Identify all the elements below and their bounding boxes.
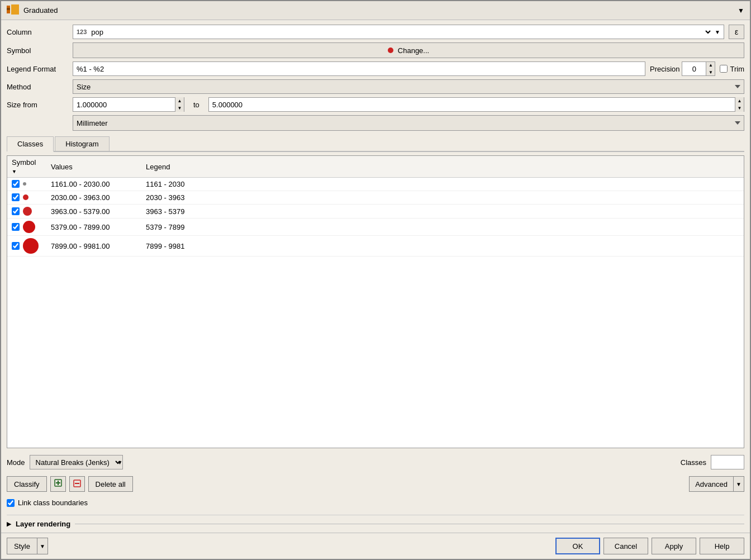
- legend-format-row: Legend Format Precision 0 ▲ ▼ Trim: [7, 61, 744, 76]
- precision-spin-down[interactable]: ▼: [706, 69, 715, 76]
- legend-format-input[interactable]: [73, 61, 645, 76]
- style-dropdown-arrow[interactable]: ▼: [37, 538, 48, 554]
- row-checkbox[interactable]: [12, 193, 20, 201]
- delete-all-button[interactable]: Delete all: [88, 476, 133, 492]
- ok-button[interactable]: OK: [555, 538, 600, 554]
- column-row: Column 123 pop ▼ ε: [7, 25, 744, 39]
- method-row: Method Size Color Size and Color: [7, 79, 744, 94]
- precision-label: Precision: [650, 65, 679, 73]
- trim-label: Trim: [730, 65, 744, 73]
- layer-rendering-row: ▶ Layer rendering: [7, 515, 744, 528]
- size-to-input[interactable]: [209, 101, 735, 109]
- row-symbol-cell: [7, 236, 46, 256]
- row-dot-icon: [23, 207, 32, 216]
- unit-row: Millimeter Pixel Point Inch Meter: [7, 115, 744, 131]
- symbol-dot-icon: [388, 48, 393, 53]
- unit-select[interactable]: Millimeter Pixel Point Inch Meter: [73, 115, 744, 131]
- epsilon-button[interactable]: ε: [729, 25, 744, 39]
- trim-group: Trim: [720, 65, 744, 73]
- column-select[interactable]: pop: [89, 27, 712, 37]
- advanced-button[interactable]: Advanced: [689, 476, 733, 492]
- size-from-up[interactable]: ▲: [175, 97, 184, 105]
- size-from-label: Size from: [7, 101, 68, 109]
- help-label: Help: [715, 542, 730, 550]
- row-values: 3963.00 - 5379.00: [46, 205, 141, 219]
- header-values: Values: [46, 156, 141, 178]
- row-legend: 5379 - 7899: [141, 219, 744, 236]
- advanced-button-group: Advanced ▼: [689, 476, 744, 492]
- precision-spin-up[interactable]: ▲: [706, 61, 715, 69]
- remove-class-button[interactable]: [69, 476, 85, 492]
- tab-histogram[interactable]: Histogram: [55, 136, 109, 151]
- row-dot-icon: [23, 182, 26, 186]
- style-button[interactable]: Style: [7, 538, 37, 554]
- sort-icon: ▼: [12, 169, 17, 174]
- help-button[interactable]: Help: [700, 538, 744, 554]
- svg-rect-1: [11, 4, 19, 15]
- row-values: 7899.00 - 9981.00: [46, 236, 141, 257]
- method-select[interactable]: Size Color Size and Color: [73, 79, 744, 94]
- table-row[interactable]: 2030.00 - 3963.002030 - 3963: [7, 191, 744, 205]
- minus-icon: [73, 479, 82, 490]
- classes-table: Symbol ▼ Values Legend 1161.00 - 2030.00…: [7, 156, 744, 257]
- row-dot-icon: [23, 238, 39, 254]
- size-from-down[interactable]: ▼: [175, 105, 184, 112]
- size-from-row: Size from ▲ ▼ to ▲ ▼: [7, 97, 744, 112]
- style-arrow-icon: ▼: [40, 543, 45, 549]
- row-symbol-cell: [7, 178, 46, 190]
- precision-value: 0: [682, 65, 706, 73]
- row-checkbox[interactable]: [12, 180, 20, 188]
- precision-spin: 0 ▲ ▼: [682, 61, 715, 76]
- symbol-label: Symbol: [7, 46, 68, 55]
- trim-checkbox[interactable]: [720, 65, 728, 73]
- advanced-dropdown-arrow[interactable]: ▼: [733, 476, 744, 492]
- classes-value-input[interactable]: [711, 458, 751, 467]
- classes-table-container: Symbol ▼ Values Legend 1161.00 - 2030.00…: [7, 155, 744, 448]
- link-row: Link class boundaries: [7, 499, 744, 507]
- style-label: Style: [14, 542, 30, 550]
- size-to-up[interactable]: ▲: [735, 97, 744, 105]
- table-row[interactable]: 5379.00 - 7899.005379 - 7899: [7, 219, 744, 236]
- graduated-dialog: Graduated ▼ Column 123 pop ▼ ε Symbol Ch…: [0, 0, 751, 560]
- row-checkbox[interactable]: [12, 207, 20, 215]
- row-checkbox[interactable]: [12, 242, 20, 250]
- action-buttons-row: Classify: [7, 476, 744, 492]
- title-text: Graduated: [23, 6, 58, 15]
- row-symbol-cell: [7, 205, 46, 218]
- legend-format-label: Legend Format: [7, 65, 68, 73]
- column-type-icon: 123: [77, 29, 87, 35]
- precision-spin-arrows: ▲ ▼: [706, 61, 715, 76]
- table-row[interactable]: 3963.00 - 5379.003963 - 5379: [7, 205, 744, 219]
- mode-select[interactable]: Natural Breaks (Jenks) Equal Interval Qu…: [30, 455, 123, 469]
- add-class-button[interactable]: [50, 476, 66, 492]
- section-divider: [75, 524, 744, 524]
- apply-button[interactable]: Apply: [652, 538, 696, 554]
- link-boundaries-checkbox[interactable]: [7, 499, 15, 507]
- cancel-button[interactable]: Cancel: [603, 538, 648, 554]
- layer-rendering-title: Layer rendering: [16, 520, 70, 528]
- tab-classes[interactable]: Classes: [7, 136, 54, 152]
- plus-icon: [54, 478, 63, 490]
- classify-label: Classify: [14, 480, 40, 488]
- row-checkbox[interactable]: [12, 223, 20, 231]
- graduated-icon: [7, 4, 19, 16]
- row-legend: 1161 - 2030: [141, 178, 744, 191]
- title-dropdown-icon[interactable]: ▼: [738, 7, 744, 15]
- precision-group: Precision 0 ▲ ▼: [650, 61, 715, 76]
- size-to-down[interactable]: ▼: [735, 105, 744, 112]
- classify-button[interactable]: Classify: [7, 476, 47, 492]
- to-label: to: [189, 101, 204, 109]
- row-legend: 3963 - 5379: [141, 205, 744, 219]
- layer-rendering-expand-icon[interactable]: ▶: [7, 520, 11, 528]
- size-from-input[interactable]: [73, 101, 175, 109]
- column-dropdown-icon: ▼: [715, 29, 720, 35]
- row-symbol-cell: [7, 219, 46, 235]
- table-row[interactable]: 7899.00 - 9981.007899 - 9981: [7, 236, 744, 257]
- table-row[interactable]: 1161.00 - 2030.001161 - 2030: [7, 178, 744, 191]
- symbol-row: Symbol Change...: [7, 42, 744, 58]
- row-dot-icon: [23, 194, 28, 200]
- apply-label: Apply: [665, 542, 683, 550]
- cancel-label: Cancel: [615, 542, 637, 550]
- change-symbol-button[interactable]: Change...: [73, 42, 744, 58]
- mode-row: Mode Natural Breaks (Jenks) Equal Interv…: [7, 455, 744, 469]
